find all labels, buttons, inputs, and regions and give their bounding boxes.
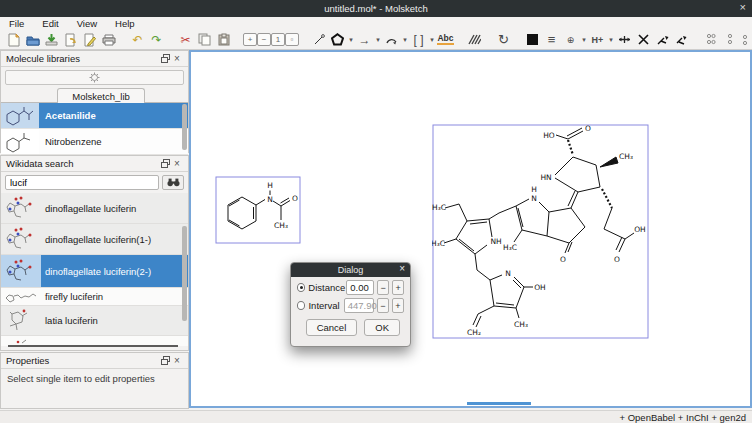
- ring-tool[interactable]: [328, 31, 347, 49]
- bracket-tool[interactable]: [ ]: [409, 31, 428, 49]
- atom-group-icon-1: [706, 33, 716, 46]
- interval-radio[interactable]: [297, 301, 305, 310]
- library-scrollbar[interactable]: [182, 104, 187, 150]
- tab-molsketch-lib[interactable]: Molsketch_lib: [57, 88, 145, 103]
- distance-row: Distance 0.00 − +: [291, 277, 410, 295]
- library-item-label: Nitrobenzene: [39, 136, 102, 147]
- lightning-arrow-icon: [656, 34, 669, 46]
- line-width-button[interactable]: ≡: [542, 31, 561, 49]
- result-dinoflagellate-luciferin-1[interactable]: dinoflagellate luciferin(1-): [1, 224, 188, 255]
- distance-value-input[interactable]: 0.00: [346, 280, 374, 295]
- wikidata-close-icon[interactable]: ×: [171, 158, 183, 169]
- ok-button[interactable]: OK: [364, 319, 400, 336]
- molecule-luciferin[interactable]: HO O HN CH₃ H₃C H₃C NH H N H₃C O OH O N …: [432, 124, 649, 341]
- charge-tool-dropdown-icon[interactable]: ▾: [580, 31, 588, 49]
- delete-tool[interactable]: [634, 31, 653, 49]
- properties-float-icon[interactable]: [159, 356, 171, 365]
- group-tool-3[interactable]: [739, 31, 752, 49]
- window-close-icon[interactable]: ×: [740, 1, 746, 13]
- search-button[interactable]: [162, 175, 184, 190]
- cut-button[interactable]: ✂: [176, 31, 195, 49]
- electron-push-tool-2[interactable]: [672, 31, 691, 49]
- cancel-button[interactable]: Cancel: [306, 319, 358, 336]
- export-icon: [83, 33, 96, 47]
- titlebar: untitled.mol* - Molsketch ×: [0, 0, 752, 17]
- svg-text:O: O: [292, 194, 298, 203]
- rotate-tool[interactable]: ↻: [494, 31, 513, 49]
- wikidata-float-icon[interactable]: [159, 159, 171, 168]
- svg-text:O: O: [560, 255, 566, 264]
- dialog-close-icon[interactable]: ×: [399, 263, 405, 274]
- new-file-button[interactable]: [4, 31, 23, 49]
- import-file-button[interactable]: [61, 31, 80, 49]
- menu-edit[interactable]: Edit: [33, 17, 67, 30]
- zoom-in-button[interactable]: +: [243, 33, 257, 46]
- group-tool-1[interactable]: [701, 31, 720, 49]
- result-label: dinoflagellate luciferin: [41, 203, 136, 214]
- interval-minus-button[interactable]: −: [377, 298, 389, 313]
- molecule-thumbnail: [1, 288, 41, 305]
- svg-text:CH₂: CH₂: [467, 328, 481, 337]
- canvas-hscrollbar-thumb[interactable]: [467, 402, 531, 405]
- hatch-tool[interactable]: [465, 31, 484, 49]
- color-swatch-button[interactable]: [523, 31, 542, 49]
- electron-push-tool-1[interactable]: [653, 31, 672, 49]
- print-button[interactable]: [99, 31, 118, 49]
- hydrogen-tool-dropdown-icon[interactable]: ▾: [607, 31, 615, 49]
- charge-tool[interactable]: ⊕: [561, 31, 580, 49]
- gear-icon: [89, 72, 100, 83]
- result-dinoflagellate-luciferin-2[interactable]: dinoflagellate luciferin(2-): [1, 255, 188, 288]
- libraries-float-icon[interactable]: [159, 54, 171, 63]
- interval-plus-button[interactable]: +: [392, 298, 404, 313]
- menu-file[interactable]: File: [0, 17, 33, 30]
- libraries-close-icon[interactable]: ×: [171, 53, 183, 64]
- result-latia-luciferin[interactable]: latia luciferin: [1, 306, 188, 336]
- copy-button[interactable]: [195, 31, 214, 49]
- bracket-tool-dropdown-icon[interactable]: ▾: [428, 31, 436, 49]
- dialog-titlebar: Dialog ×: [291, 263, 410, 277]
- library-tabbar: Molsketch_lib: [1, 88, 188, 103]
- zoom-out-button[interactable]: −: [257, 33, 271, 46]
- redo-button[interactable]: ↷: [147, 31, 166, 49]
- distance-radio[interactable]: [297, 283, 305, 292]
- interval-value-input[interactable]: 447.90: [344, 298, 374, 313]
- draw-bond-tool[interactable]: [309, 31, 328, 49]
- text-tool[interactable]: Abc: [436, 31, 455, 49]
- lightning-arrow2-icon: [675, 34, 688, 46]
- hydrogen-tool[interactable]: H+: [588, 31, 607, 49]
- arrow-tool[interactable]: →: [355, 31, 374, 49]
- undo-button[interactable]: ↶: [128, 31, 147, 49]
- atom-group-icon-2: [727, 33, 733, 46]
- binoculars-icon: [167, 178, 180, 187]
- move-tool[interactable]: [615, 31, 634, 49]
- menu-view[interactable]: View: [68, 17, 106, 30]
- export-file-button[interactable]: [80, 31, 99, 49]
- selection-rect: [216, 177, 300, 243]
- wikidata-vscrollbar[interactable]: [182, 226, 187, 321]
- save-file-button[interactable]: [42, 31, 61, 49]
- group-tool-2[interactable]: [720, 31, 739, 49]
- library-item-nitrobenzene[interactable]: Nitrobenzene: [1, 129, 188, 155]
- mechanism-arrow-dropdown-icon[interactable]: ▾: [401, 31, 409, 49]
- drawing-canvas[interactable]: H N O CH₃: [189, 50, 752, 408]
- menu-help[interactable]: Help: [106, 17, 144, 30]
- result-dinoflagellate-luciferin[interactable]: dinoflagellate luciferin: [1, 193, 188, 224]
- ring-tool-dropdown-icon[interactable]: ▾: [347, 31, 355, 49]
- molecule-acetanilide[interactable]: H N O CH₃: [215, 176, 301, 246]
- result-firefly-luciferin[interactable]: firefly luciferin: [1, 288, 188, 306]
- paste-button[interactable]: [214, 31, 233, 49]
- distance-plus-button[interactable]: +: [392, 280, 404, 295]
- distance-minus-button[interactable]: −: [377, 280, 389, 295]
- zoom-original-button[interactable]: 1: [271, 33, 285, 46]
- open-file-button[interactable]: [23, 31, 42, 49]
- arrow-tool-dropdown-icon[interactable]: ▾: [374, 31, 382, 49]
- library-settings-button[interactable]: [5, 70, 184, 85]
- wikidata-hscrollbar[interactable]: [8, 345, 178, 347]
- molecule-thumbnail: [1, 224, 41, 254]
- zoom-fit-button[interactable]: ▫: [285, 33, 299, 46]
- properties-close-icon[interactable]: ×: [171, 355, 183, 366]
- mechanism-arrow-tool[interactable]: [382, 31, 401, 49]
- search-input[interactable]: [5, 175, 159, 190]
- delete-x-icon: [638, 34, 649, 45]
- library-item-acetanilide[interactable]: Acetanilide: [1, 103, 188, 129]
